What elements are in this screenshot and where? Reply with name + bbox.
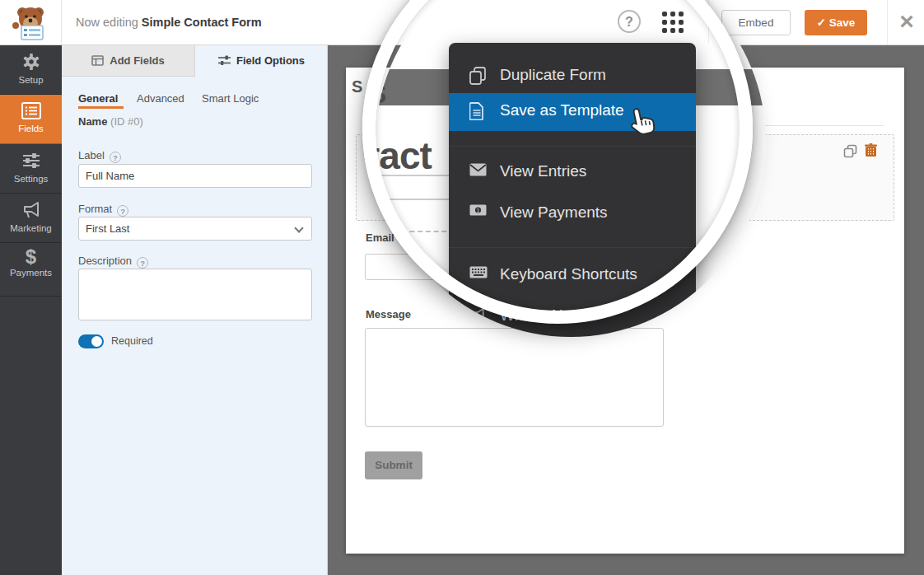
editing-form-name: Simple Contact Form	[142, 16, 262, 29]
check-icon: ✓	[817, 16, 826, 29]
dollar-icon: $	[0, 247, 62, 267]
menu-item-duplicate-form[interactable]: Duplicate Form	[449, 58, 696, 94]
megaphone-icon	[21, 201, 41, 219]
subtab-general[interactable]: General	[78, 92, 118, 105]
duplicate-field-icon[interactable]	[843, 144, 857, 158]
email-label: Email	[366, 231, 394, 244]
save-button[interactable]: ✓ Save	[805, 10, 867, 35]
field-heading: Name (ID #0)	[78, 115, 143, 128]
gear-icon	[22, 53, 40, 71]
submit-button-preview: Submit	[365, 451, 422, 479]
builder-sidebar: Setup Fields Settings Marketing $ Paymen…	[0, 45, 62, 575]
keyboard-icon	[469, 266, 488, 278]
tab-add-fields[interactable]: Add Fields	[62, 45, 195, 77]
svg-text:1: 1	[477, 208, 480, 213]
subtab-smart-logic[interactable]: Smart Logic	[202, 92, 259, 105]
tab-field-options[interactable]: Field Options	[195, 45, 328, 77]
help-icon[interactable]: ?	[110, 152, 121, 163]
description-heading: Description?	[78, 255, 148, 269]
field-options-panel: Add Fields Field Options General Advance…	[62, 45, 328, 575]
required-label: Required	[111, 335, 153, 347]
sidebar-item-marketing[interactable]: Marketing	[0, 194, 62, 243]
message-textarea-preview	[365, 328, 664, 427]
embed-button[interactable]: Embed	[721, 10, 791, 35]
close-icon[interactable]: ×	[894, 8, 919, 36]
message-label: Message	[366, 308, 411, 320]
toolbar-divider	[887, 0, 888, 44]
menu-item-view-entries[interactable]: View Entries	[449, 154, 696, 190]
label-heading: Label?	[78, 149, 121, 163]
description-textarea[interactable]	[78, 269, 312, 320]
fields-icon	[21, 102, 41, 119]
active-subtab-underline	[78, 106, 124, 109]
sidebar-item-settings[interactable]: Settings	[0, 144, 62, 194]
trash-icon[interactable]	[865, 143, 877, 157]
envelope-icon	[469, 163, 487, 176]
help-icon[interactable]: ?	[117, 205, 128, 217]
top-toolbar: Now editing Simple Contact Form ? Embed …	[0, 0, 924, 45]
hand-cursor-icon	[621, 104, 658, 143]
field-options-icon	[218, 55, 231, 66]
sliders-icon	[21, 152, 41, 170]
add-fields-icon	[91, 55, 104, 66]
toolbar-divider	[708, 0, 709, 44]
menu-item-save-as-template[interactable]: Save as Template	[449, 93, 696, 131]
label-input[interactable]	[78, 164, 312, 188]
sidebar-item-payments[interactable]: $ Payments	[0, 247, 62, 297]
format-select[interactable]: First Last	[78, 217, 312, 241]
copy-icon	[469, 67, 486, 85]
now-editing-text: Now editing Simple Contact Form	[76, 16, 262, 29]
subtab-advanced[interactable]: Advanced	[137, 92, 184, 105]
required-toggle[interactable]	[78, 334, 104, 348]
menu-divider	[449, 146, 696, 147]
chevron-down-icon	[294, 223, 303, 232]
sidebar-item-setup[interactable]: Setup	[0, 45, 62, 95]
menu-divider	[449, 247, 696, 248]
help-icon[interactable]: ?	[137, 257, 148, 269]
menu-item-keyboard-shortcuts[interactable]: Keyboard Shortcuts	[449, 257, 696, 293]
document-icon	[469, 102, 484, 120]
wpforms-logo	[0, 0, 62, 44]
grid-menu-icon[interactable]	[662, 12, 686, 35]
money-icon: 1	[469, 204, 487, 216]
builder-dropdown-menu: Duplicate Form Save as Template View Ent…	[449, 43, 696, 339]
help-icon[interactable]: ?	[618, 10, 641, 33]
sidebar-item-fields[interactable]: Fields	[0, 95, 62, 144]
menu-item-view-payments[interactable]: 1 View Payments	[449, 195, 696, 231]
format-heading: Format?	[78, 203, 128, 217]
